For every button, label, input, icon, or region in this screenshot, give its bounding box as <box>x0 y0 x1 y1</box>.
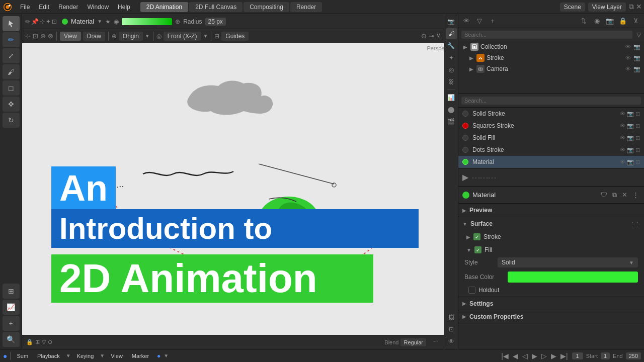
tool-extra3[interactable]: + <box>3 316 20 331</box>
rp-restrict-icon[interactable]: ⊻ <box>630 15 642 27</box>
outliner-filter-icon[interactable]: ▽ <box>636 31 641 38</box>
vt-icon1[interactable]: ⊹ <box>25 32 31 40</box>
close-icon[interactable]: ✕ <box>636 3 642 11</box>
style-dropdown[interactable]: Solid ▼ <box>498 257 638 267</box>
tab-compositing[interactable]: Compositing <box>244 2 289 12</box>
mat-item-squares-stroke[interactable]: Squares Stroke 👁 📷 ⊡ <box>458 120 644 132</box>
mt-icon5[interactable]: ⊡ <box>52 18 57 25</box>
ri-data-icon[interactable]: 📊 <box>446 92 457 103</box>
ri-particles-icon[interactable]: ✦ <box>446 52 457 63</box>
ri-physics-icon[interactable]: ◎ <box>446 64 457 75</box>
stroke-render-icon[interactable]: 📷 <box>633 55 641 61</box>
mat-vis3[interactable]: 👁 <box>620 135 625 141</box>
tool-draw[interactable]: ✏ <box>3 32 20 47</box>
rp-eye-icon[interactable]: 👁 <box>460 15 472 27</box>
base-color-swatch[interactable] <box>508 272 638 283</box>
ri-view-icon[interactable]: 👁 <box>446 336 457 347</box>
mat-vis4[interactable]: 👁 <box>620 147 625 153</box>
surface-list-icon[interactable]: ⋮⋮ <box>630 221 640 227</box>
vt-icon2[interactable]: ⊡ <box>33 32 38 40</box>
ri-paint-icon[interactable]: 🖌 <box>446 28 457 39</box>
mt-sphere-icon[interactable]: ◉ <box>114 18 119 25</box>
camera-vis-icon[interactable]: 👁 <box>624 66 632 72</box>
viewport[interactable]: An Introduction to 2D Animation Perspect… <box>22 43 458 349</box>
stroke-check[interactable]: ✓ <box>473 233 480 240</box>
material-dropdown-icon[interactable]: ▼ <box>97 19 102 24</box>
anim-extra-icon[interactable]: ⊙ <box>48 339 52 345</box>
tool-transform[interactable]: ⤢ <box>3 48 20 63</box>
mat-cam4[interactable]: 📷 <box>627 147 634 153</box>
mt-icon4[interactable]: ✦ <box>46 18 51 25</box>
vt-draw-btn[interactable]: Draw <box>83 32 105 41</box>
playback-dot-arrow[interactable]: ▼ <box>164 353 169 358</box>
ri-output-icon[interactable]: ⊡ <box>446 324 457 335</box>
rp-filter-icon[interactable]: ▽ <box>473 15 486 27</box>
playback-btn[interactable]: Playback <box>34 352 63 359</box>
tool-select[interactable] <box>3 16 20 31</box>
tool-extra1[interactable]: ⊞ <box>3 284 20 299</box>
stroke-vis-icon[interactable]: 👁 <box>624 55 632 61</box>
custom-props-section[interactable]: ▶ Custom Properties <box>458 310 644 323</box>
mat-sel1[interactable]: ⊡ <box>635 111 640 117</box>
menu-file[interactable]: File <box>16 3 34 12</box>
mat-sel4[interactable]: ⊡ <box>635 147 640 153</box>
frame-end-btn[interactable]: ▶| <box>559 352 569 360</box>
frame-next-btn[interactable]: ▶ <box>550 352 557 360</box>
view-layer-label[interactable]: View Layer <box>588 3 626 12</box>
mat-search-input[interactable] <box>461 97 641 105</box>
mt-draw-icon[interactable]: ✏ <box>25 18 30 25</box>
camera-render-icon[interactable]: 📷 <box>633 66 641 72</box>
anim-lock-icon[interactable]: 🔒 <box>26 339 33 345</box>
mat-item-dots-stroke[interactable]: Dots Stroke 👁 📷 ⊡ <box>458 144 644 156</box>
rp-eye2-icon[interactable]: ◉ <box>591 15 603 27</box>
view-dot-icon[interactable]: ● <box>3 352 7 360</box>
blend-dropdown[interactable]: Regular <box>400 338 426 346</box>
rp-camera-icon[interactable]: 📷 <box>604 15 616 27</box>
menu-edit[interactable]: Edit <box>35 3 53 12</box>
tool-search[interactable]: 🔍 <box>3 332 20 347</box>
mat-extra-btn[interactable]: ⋮ <box>631 190 640 200</box>
mt-icon3[interactable]: ⊹ <box>40 18 45 25</box>
tool-rotate[interactable]: ↻ <box>3 113 20 128</box>
vt-overlay-icon[interactable]: ⊙ <box>421 32 427 40</box>
rp-hide-icon[interactable]: 🔒 <box>617 15 629 27</box>
ri-render-icon[interactable]: 🖼 <box>446 312 457 323</box>
rp-sort-icon[interactable]: ⇅ <box>578 15 590 27</box>
frame-start-btn[interactable]: |◀ <box>500 352 510 360</box>
vt-front-btn[interactable]: Front (X-Z) <box>164 32 201 41</box>
mat-cam5[interactable]: 📷 <box>627 159 634 165</box>
stroke-item[interactable]: ▶ ✓ Stroke <box>458 231 644 242</box>
keying-arrow[interactable]: ▼ <box>100 353 105 358</box>
outliner-item-camera[interactable]: ▶ Camera 👁 📷 <box>458 63 644 74</box>
playback-arrow[interactable]: ▼ <box>66 353 71 358</box>
ri-wrench-icon[interactable]: 🔧 <box>446 40 457 51</box>
mat-cam2[interactable]: 📷 <box>627 123 634 129</box>
vt-front-arrow[interactable]: ▼ <box>203 33 208 39</box>
mat-sel3[interactable]: ⊡ <box>635 135 640 141</box>
anim-box-icon[interactable]: ⊞ <box>35 339 40 345</box>
mat-copy-btn[interactable]: ⧉ <box>611 190 618 200</box>
frame-play-btn[interactable]: ▶ <box>531 352 538 360</box>
vt-lock-icon[interactable]: ⊻ <box>436 33 441 40</box>
holdout-checkbox[interactable] <box>468 287 475 294</box>
mat-sel2[interactable]: ⊡ <box>635 123 640 129</box>
rp-add-icon[interactable]: + <box>487 15 499 27</box>
vt-icon3[interactable]: ⊛ <box>40 32 46 40</box>
view-btn[interactable]: View <box>108 352 126 359</box>
tab-2d-full-canvas[interactable]: 2D Full Canvas <box>189 2 243 12</box>
collection-render-icon[interactable]: 📷 <box>633 44 641 50</box>
tool-extra2[interactable]: 📈 <box>3 300 20 315</box>
vt-guides-btn[interactable]: Guides <box>221 32 249 41</box>
radius-value[interactable]: 25 px <box>205 18 226 26</box>
ri-material-icon[interactable]: ⬤ <box>446 104 457 115</box>
start-value[interactable]: 1 <box>601 352 610 359</box>
mat-item-solid-fill[interactable]: Solid Fill 👁 📷 ⊡ <box>458 132 644 144</box>
vt-origin-btn[interactable]: Origin <box>119 32 143 41</box>
surface-header[interactable]: ▼ Surface ⋮⋮ <box>458 217 644 230</box>
vt-view2-icon[interactable]: ◎ <box>156 33 162 40</box>
outliner-search[interactable] <box>461 31 632 39</box>
vt-view-btn[interactable]: View <box>60 32 81 41</box>
outliner-item-stroke[interactable]: ▶ Stroke 👁 📷 <box>458 52 644 63</box>
keying-btn[interactable]: Keying <box>74 352 97 359</box>
marker-btn[interactable]: Marker <box>129 352 152 359</box>
